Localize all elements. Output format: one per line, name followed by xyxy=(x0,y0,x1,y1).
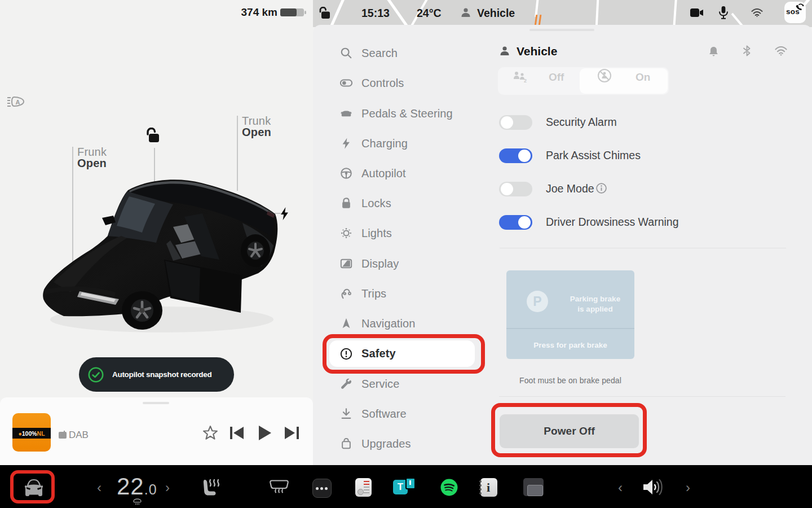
svg-text:A: A xyxy=(16,99,20,106)
svg-text:2: 2 xyxy=(524,78,527,84)
